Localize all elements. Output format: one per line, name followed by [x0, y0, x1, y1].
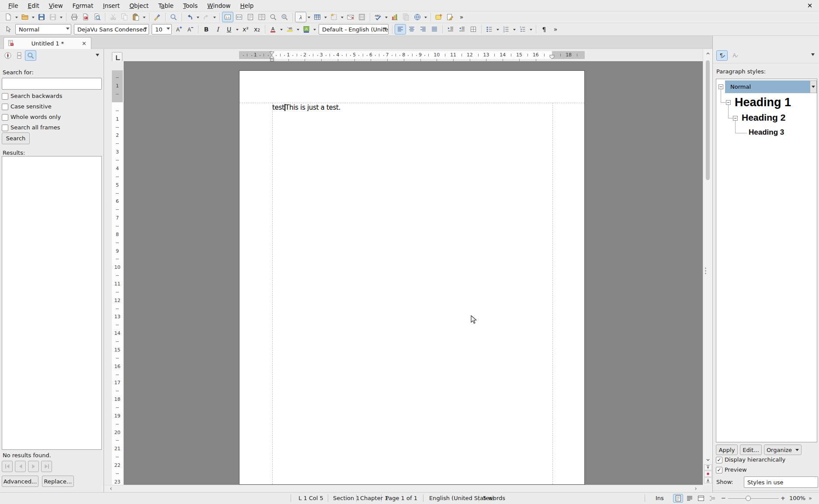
style-item-normal-dropdown[interactable]: [810, 80, 817, 93]
status-insert-mode[interactable]: Ins: [656, 495, 664, 501]
zoom-page-width-button[interactable]: [233, 12, 245, 22]
styles-tree[interactable]: NormalHeading 1Heading 2Heading 3: [716, 79, 817, 442]
indent-increase-button[interactable]: [456, 24, 468, 35]
menu-insert[interactable]: Insert: [98, 0, 125, 11]
overflow-button[interactable]: »: [550, 24, 561, 35]
hyperlink-globe-dropdown[interactable]: [423, 12, 428, 22]
highlight-color-button[interactable]: ab: [284, 24, 295, 35]
underline-dropdown[interactable]: [235, 24, 240, 35]
scroll-up-icon[interactable]: [704, 50, 712, 57]
search-input[interactable]: [2, 78, 102, 90]
horizontal-scrollbar[interactable]: [104, 485, 703, 492]
edit-button[interactable]: Edit...: [740, 445, 762, 455]
add-annotation-button[interactable]: [433, 12, 444, 22]
advanced-button[interactable]: Advanced...: [2, 476, 38, 487]
formula-dropdown[interactable]: [306, 12, 312, 22]
superscript-button[interactable]: x²: [240, 24, 251, 35]
results-list[interactable]: [2, 156, 102, 450]
italic-button[interactable]: I: [212, 24, 223, 35]
insert-frame-button[interactable]: [328, 12, 340, 22]
expander-heading-1[interactable]: [726, 100, 731, 105]
view-outline-button[interactable]: [707, 494, 717, 503]
menu-view[interactable]: View: [44, 0, 68, 11]
zoom-slider-knob[interactable]: [746, 496, 751, 501]
organize-button[interactable]: Organize: [764, 445, 802, 455]
zoom-tool-button[interactable]: [267, 12, 279, 22]
option-case-sensitive-checkbox[interactable]: [2, 104, 8, 110]
paste-dropdown[interactable]: [142, 12, 147, 22]
undo-button[interactable]: [184, 12, 195, 22]
numbered-list-button[interactable]: 123: [500, 24, 512, 35]
align-center-button[interactable]: [406, 24, 417, 35]
rp-option-checkbox[interactable]: ✓: [716, 467, 722, 473]
horizontal-ruler[interactable]: 11234567891011121314151618: [104, 49, 703, 61]
zoom-whole-page-button[interactable]: [279, 12, 290, 22]
clone-formatting-button[interactable]: [152, 12, 163, 22]
view-single-page-button[interactable]: [245, 12, 256, 22]
subscript-button[interactable]: x₂: [251, 24, 263, 35]
underline-button[interactable]: U: [223, 24, 235, 35]
status-overflow-icon[interactable]: »: [809, 495, 812, 501]
right-indent-marker[interactable]: [549, 54, 555, 59]
window-close-button[interactable]: ✕: [805, 1, 815, 10]
overflow-button[interactable]: »: [456, 12, 467, 22]
mail-merge-button[interactable]: [345, 12, 356, 22]
menu-help[interactable]: Help: [236, 0, 259, 11]
font-size-combo[interactable]: 10: [152, 24, 172, 35]
view-normal-button[interactable]: [684, 494, 694, 503]
align-justify-button[interactable]: [429, 24, 440, 35]
numbered-list-dropdown[interactable]: [512, 24, 517, 35]
new-document-button[interactable]: [3, 12, 14, 22]
find-button[interactable]: [168, 12, 179, 22]
menu-table[interactable]: Table: [153, 0, 178, 11]
menu-format[interactable]: Format: [68, 0, 98, 11]
highlight-color-dropdown[interactable]: [295, 24, 301, 35]
spellcheck-button[interactable]: ABC: [372, 12, 384, 22]
show-filter-select[interactable]: Styles in use: [744, 476, 818, 488]
export-pdf-button[interactable]: [80, 12, 91, 22]
print-preview-button[interactable]: [91, 12, 103, 22]
right-panel-splitter[interactable]: [704, 263, 707, 278]
view-web-button[interactable]: [696, 494, 706, 503]
pilcrow-button[interactable]: ¶: [538, 24, 550, 35]
document-text[interactable]: testThis is just a test.: [272, 104, 340, 111]
sidebar-search-button[interactable]: [25, 50, 36, 61]
new-document-dropdown[interactable]: [14, 12, 19, 22]
menu-edit[interactable]: Edit: [23, 0, 44, 11]
align-right-button[interactable]: [417, 24, 429, 35]
view-page-button[interactable]: [673, 494, 683, 503]
formula-button[interactable]: λ: [295, 12, 306, 22]
zoom-in-icon[interactable]: +: [781, 495, 785, 501]
menu-object[interactable]: Object: [125, 0, 153, 11]
vertical-scroll-thumb[interactable]: [706, 60, 710, 180]
font-increase-button[interactable]: A: [173, 24, 184, 35]
tab-untitled[interactable]: T Untitled 1 * ✕: [3, 37, 91, 49]
background-color-button[interactable]: A: [301, 24, 312, 35]
menu-file[interactable]: File: [3, 0, 23, 11]
zoom-slider-track[interactable]: [728, 498, 779, 499]
style-item-heading-2[interactable]: Heading 2: [742, 112, 785, 123]
option-search-all-frames-checkbox[interactable]: [2, 125, 8, 131]
panel-menu-icon[interactable]: [811, 53, 815, 58]
font-color-dropdown[interactable]: [279, 24, 284, 35]
vertical-ruler[interactable]: 11234567891011121314151617181920212223: [104, 61, 124, 485]
menu-window[interactable]: Window: [202, 0, 235, 11]
insert-table-button[interactable]: [312, 12, 323, 22]
insert-table-dropdown[interactable]: [323, 12, 328, 22]
rp-option-checkbox[interactable]: ✓: [716, 457, 722, 463]
chart-button[interactable]: [389, 12, 400, 22]
font-color-button[interactable]: A: [267, 24, 279, 35]
language-combo[interactable]: Default - English (United: [319, 24, 389, 35]
bullet-list-button[interactable]: [484, 24, 495, 35]
first-line-indent-marker[interactable]: [269, 51, 274, 59]
outline-list-button[interactable]: 1: [517, 24, 528, 35]
scroll-right-icon[interactable]: [692, 486, 699, 492]
open-folder-button[interactable]: [19, 12, 31, 22]
page-borders-button[interactable]: [468, 24, 479, 35]
paragraph-styles-tab[interactable]: ¶: [716, 50, 728, 61]
search-button[interactable]: Search: [2, 132, 30, 144]
next-page-button[interactable]: [704, 477, 712, 483]
tab-stop-selector-button[interactable]: [112, 52, 122, 62]
status-zoom-level[interactable]: 100%: [789, 495, 805, 501]
expander-heading-2[interactable]: [733, 116, 738, 121]
